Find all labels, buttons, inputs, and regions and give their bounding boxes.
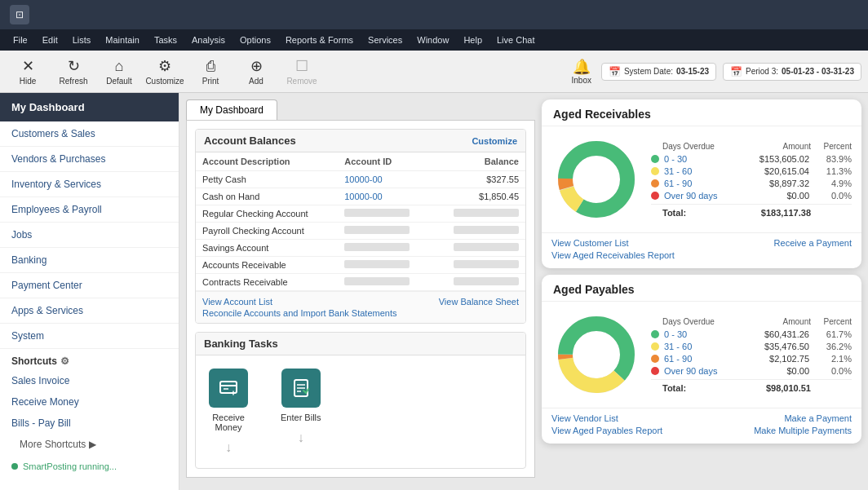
add-button[interactable]: ⊕ Add — [235, 54, 277, 90]
aged-payables-total-label: Total: — [662, 383, 746, 393]
menu-file[interactable]: File — [7, 33, 34, 46]
tab-my-dashboard[interactable]: My Dashboard — [186, 99, 277, 120]
account-id-cell[interactable]: 10000-00 — [338, 171, 432, 188]
aged-receivables-body: Days Overdue Amount Percent 0 - 30$153,6… — [542, 126, 861, 232]
legend-days-label[interactable]: 0 - 30 — [664, 154, 742, 164]
svg-point-11 — [574, 157, 619, 202]
default-icon: ⌂ — [115, 58, 124, 75]
aged-receivables-footer: View Customer List View Aged Receivables… — [542, 232, 861, 268]
legend-amount-value: $0.00 — [744, 191, 809, 201]
default-button[interactable]: ⌂ Default — [98, 54, 140, 90]
sidebar-item-inventory-services[interactable]: Inventory & Services — [0, 172, 179, 197]
account-table-row: Cash on Hand10000-00$1,850.45 — [196, 188, 525, 205]
menu-lists[interactable]: Lists — [66, 33, 98, 46]
legend-days-label[interactable]: 61 - 90 — [664, 179, 742, 188]
menu-help[interactable]: Help — [457, 33, 489, 46]
legend-percent-value: 36.2% — [811, 342, 852, 351]
task-enter-bills[interactable]: Enter Bills ↓ — [281, 369, 321, 445]
account-desc-cell: Contracts Receivable — [196, 274, 338, 291]
legend-row: Over 90 days$0.000.0% — [651, 191, 852, 201]
sidebar-item-payment-center[interactable]: Payment Center — [0, 273, 179, 298]
menu-edit[interactable]: Edit — [36, 33, 64, 46]
sidebar-item-customers-sales[interactable]: Customers & Sales — [0, 121, 179, 147]
account-id-cell — [338, 223, 432, 240]
date-info: 📅 System Date: 03-15-23 📅 Period 3: 05-0… — [601, 63, 861, 81]
aged-payables-title: Aged Payables — [542, 275, 861, 302]
account-desc-cell: Accounts Receivable — [196, 257, 338, 274]
app-icon: ⊡ — [10, 5, 29, 24]
customize-icon: ⚙ — [158, 57, 171, 75]
menu-reports[interactable]: Reports & Forms — [279, 33, 360, 46]
shortcuts-gear-icon[interactable]: ⚙ — [60, 355, 69, 367]
menu-services[interactable]: Services — [361, 33, 409, 46]
content-area: My Dashboard Account Balances Customize — [179, 93, 868, 490]
menu-tasks[interactable]: Tasks — [148, 33, 184, 46]
account-table-header-row: Account Description Account ID Balance — [196, 152, 525, 171]
aged-receivables-legend-header: Days Overdue Amount Percent — [651, 142, 852, 151]
sidebar-item-system[interactable]: System — [0, 324, 179, 349]
aged-payables-legend: Days Overdue Amount Percent 0 - 30$60,43… — [651, 317, 852, 393]
sidebar-item-banking[interactable]: Banking — [0, 248, 179, 273]
legend-days-label[interactable]: Over 90 days — [664, 366, 742, 376]
inbox-icon: 🔔 — [573, 58, 591, 76]
legend-days-label[interactable]: 0 - 30 — [664, 329, 742, 339]
shortcut-sales-invoice[interactable]: Sales Invoice — [0, 370, 179, 391]
view-balance-sheet-link[interactable]: View Balance Sheet — [439, 297, 519, 318]
account-table-row: Contracts Receivable — [196, 274, 525, 291]
legend-days-label[interactable]: 31 - 60 — [664, 166, 742, 176]
legend-percent-value: 11.3% — [811, 166, 852, 176]
account-id-cell[interactable]: 10000-00 — [338, 188, 432, 205]
banking-tasks-header: Banking Tasks — [196, 333, 525, 355]
legend-days-label[interactable]: Over 90 days — [664, 191, 742, 201]
sidebar-item-employees-payroll[interactable]: Employees & Payroll — [0, 197, 179, 223]
aged-receivables-total-amount: $183,117.38 — [746, 208, 811, 218]
sidebar-item-vendors-purchases[interactable]: Vendors & Purchases — [0, 147, 179, 172]
sidebar-header: My Dashboard — [0, 93, 179, 121]
menu-analysis[interactable]: Analysis — [185, 33, 232, 46]
aged-receivables-title: Aged Receivables — [542, 99, 861, 126]
legend-days-label[interactable]: 31 - 60 — [664, 342, 742, 351]
task-receive-money[interactable]: ReceiveMoney ↓ — [209, 369, 248, 455]
refresh-icon: ↻ — [68, 57, 80, 75]
smartposting-status: SmartPosting running... — [0, 455, 179, 478]
account-balances-card: Account Balances Customize Account Descr… — [195, 129, 526, 324]
sidebar-item-apps-services[interactable]: Apps & Services — [0, 298, 179, 324]
menu-maintain[interactable]: Maintain — [99, 33, 146, 46]
make-payment-link[interactable]: Make a Payment — [754, 413, 852, 423]
more-shortcuts-button[interactable]: More Shortcuts ▶ — [0, 434, 179, 455]
account-desc-cell: Savings Account — [196, 240, 338, 257]
remove-icon: ☐ — [295, 57, 308, 75]
view-account-list-link[interactable]: View Account List — [202, 297, 396, 307]
make-multiple-payments-link[interactable]: Make Multiple Payments — [754, 426, 852, 435]
receive-payment-link[interactable]: Receive a Payment — [774, 238, 852, 260]
print-button[interactable]: ⎙ Print — [189, 54, 232, 90]
legend-row: 31 - 60$35,476.5036.2% — [651, 342, 852, 351]
account-table-row: Accounts Receivable — [196, 257, 525, 274]
aged-payables-total-amount: $98,010.51 — [746, 383, 811, 393]
view-customer-list-link[interactable]: View Customer List — [551, 238, 675, 248]
account-balances-customize[interactable]: Customize — [472, 136, 517, 146]
legend-days-label[interactable]: 61 - 90 — [664, 354, 742, 364]
shortcut-receive-money[interactable]: Receive Money — [0, 391, 179, 413]
sidebar-item-jobs[interactable]: Jobs — [0, 223, 179, 248]
inbox-button[interactable]: 🔔 Inbox — [571, 58, 591, 85]
legend-col-days: Days Overdue — [662, 142, 746, 151]
hide-button[interactable]: ✕ Hide — [7, 54, 49, 90]
col-account-desc: Account Description — [196, 152, 338, 171]
aged-receivables-total-row: Total: $183,117.38 — [651, 204, 852, 218]
view-aged-receivables-report-link[interactable]: View Aged Receivables Report — [551, 250, 675, 260]
legend-amount-value: $2,102.75 — [744, 354, 809, 364]
menu-livechat[interactable]: Live Chat — [490, 33, 541, 46]
view-vendor-list-link[interactable]: View Vendor List — [551, 413, 662, 423]
legend-dot-icon — [651, 330, 659, 338]
legend-amount-value: $35,476.50 — [744, 342, 809, 351]
view-aged-payables-report-link[interactable]: View Aged Payables Report — [551, 426, 662, 435]
menu-options[interactable]: Options — [233, 33, 277, 46]
legend-dot-icon — [651, 179, 659, 188]
menu-window[interactable]: Window — [410, 33, 455, 46]
reconcile-link[interactable]: Reconcile Accounts and Import Bank State… — [202, 308, 396, 318]
shortcut-bills-pay-bill[interactable]: Bills - Pay Bill — [0, 413, 179, 434]
refresh-button[interactable]: ↻ Refresh — [52, 54, 95, 90]
customize-button[interactable]: ⚙ Customize — [144, 54, 186, 90]
content-flex: My Dashboard Account Balances Customize — [186, 99, 861, 483]
